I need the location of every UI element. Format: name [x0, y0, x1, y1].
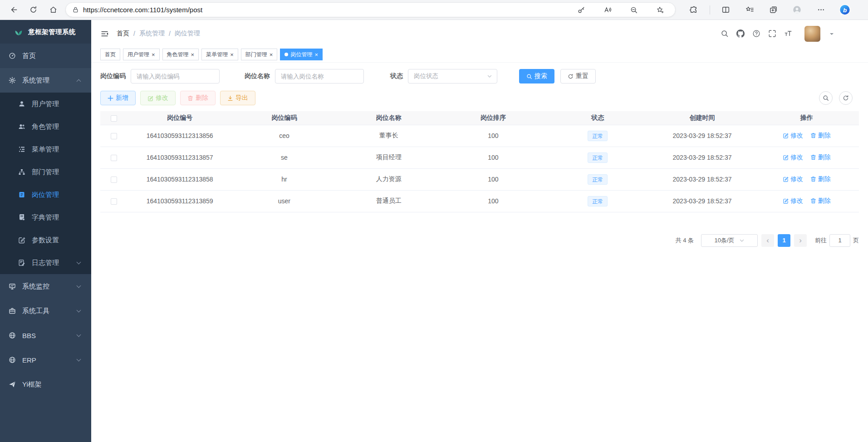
- next-page-button[interactable]: ›: [794, 234, 807, 247]
- close-icon[interactable]: ×: [191, 52, 195, 58]
- close-icon[interactable]: ×: [230, 52, 234, 58]
- edit-icon: [783, 133, 789, 138]
- search-button[interactable]: [720, 29, 730, 39]
- font-size-button[interactable]: [783, 29, 793, 39]
- close-icon[interactable]: ×: [152, 52, 155, 58]
- caret-down-icon[interactable]: [830, 33, 834, 37]
- extensions-button[interactable]: [686, 2, 701, 18]
- column-header-actions: 操作: [755, 111, 859, 125]
- row-modify-link[interactable]: 修改: [783, 153, 803, 162]
- row-delete-link[interactable]: 删除: [810, 132, 831, 140]
- row-modify-link[interactable]: 修改: [783, 197, 803, 205]
- profile-button[interactable]: [790, 2, 805, 18]
- refresh-button[interactable]: [25, 2, 41, 18]
- delete-button[interactable]: 删除: [180, 91, 216, 105]
- close-icon[interactable]: ×: [270, 52, 273, 58]
- goto-page-input[interactable]: [829, 234, 850, 247]
- zoom-out-button[interactable]: [626, 2, 642, 18]
- tab-label: 岗位管理: [290, 51, 312, 59]
- cell-post-sort: 100: [441, 125, 545, 147]
- trash-icon: [810, 176, 816, 182]
- prev-page-button[interactable]: ‹: [761, 234, 774, 247]
- sidebar-item-param-settings[interactable]: 参数设置: [0, 229, 91, 251]
- sidebar-item-role-management[interactable]: 角色管理: [0, 115, 91, 138]
- page-1-button[interactable]: 1: [778, 234, 790, 247]
- tab-role-management[interactable]: 角色管理 ×: [162, 49, 199, 60]
- row-modify-link[interactable]: 修改: [783, 132, 803, 140]
- sidebar-item-home[interactable]: 首页: [0, 44, 91, 68]
- search-button[interactable]: 搜索: [519, 69, 554, 83]
- breadcrumb-item[interactable]: 岗位管理: [175, 29, 200, 38]
- avatar[interactable]: [804, 26, 820, 42]
- help-button[interactable]: [751, 29, 761, 39]
- favorite-add-button[interactable]: [652, 2, 668, 18]
- collections-button[interactable]: [766, 2, 781, 18]
- sidebar-item-post-management[interactable]: 岗位管理: [0, 183, 91, 206]
- sidebar-item-label: 系统管理: [22, 76, 49, 85]
- url-text[interactable]: https://ccnetcore.com:1101/system/post: [83, 6, 574, 14]
- home-button[interactable]: [45, 2, 61, 18]
- sidebar-item-dept-management[interactable]: 部门管理: [0, 161, 91, 183]
- cell-post-id: 1641030593112313856: [128, 125, 232, 147]
- select-all-checkbox[interactable]: [111, 115, 117, 122]
- close-icon[interactable]: ×: [314, 52, 318, 58]
- back-icon: [9, 5, 18, 14]
- github-button[interactable]: [736, 29, 745, 39]
- tab-menu-management[interactable]: 菜单管理 ×: [201, 49, 238, 60]
- reset-button[interactable]: 重置: [560, 69, 596, 83]
- sidebar-item-label: 角色管理: [32, 123, 59, 131]
- cell-post-name: 普通员工: [337, 190, 441, 212]
- trash-icon: [187, 95, 193, 101]
- back-button[interactable]: [5, 2, 21, 18]
- bing-button[interactable]: b: [837, 2, 853, 18]
- row-checkbox[interactable]: [111, 198, 117, 205]
- read-aloud-button[interactable]: [600, 2, 615, 18]
- row-modify-link[interactable]: 修改: [783, 175, 803, 183]
- fullscreen-button[interactable]: [767, 29, 777, 39]
- sidebar-item-system-tools[interactable]: 系统工具: [0, 299, 91, 323]
- row-delete-link[interactable]: 删除: [810, 197, 831, 205]
- menu-fold-icon[interactable]: [100, 29, 109, 38]
- export-button[interactable]: 导出: [220, 91, 255, 105]
- sidebar-item-yi-framework[interactable]: Yi框架: [0, 372, 91, 397]
- split-screen-button[interactable]: [718, 2, 734, 18]
- browser-url-bar[interactable]: https://ccnetcore.com:1101/system/post: [65, 2, 676, 17]
- sidebar-item-log-management[interactable]: 日志管理: [0, 251, 91, 274]
- favorites-bar-button[interactable]: [742, 2, 757, 18]
- sidebar-item-dict-management[interactable]: 字典管理: [0, 206, 91, 229]
- post-name-input[interactable]: [275, 69, 364, 83]
- refresh-table-button[interactable]: [839, 91, 853, 105]
- post-code-input[interactable]: [131, 69, 220, 83]
- sidebar-item-system-management[interactable]: 系统管理: [0, 68, 91, 93]
- cell-post-code: ceo: [232, 125, 336, 147]
- help-icon: [752, 29, 760, 38]
- read-aloud-icon: [603, 6, 612, 14]
- row-checkbox[interactable]: [111, 155, 117, 161]
- tab-home[interactable]: 首页: [100, 49, 120, 60]
- status-badge: 正常: [588, 131, 608, 141]
- chevron-icon: [77, 260, 81, 265]
- sidebar-item-system-monitor[interactable]: 系统监控: [0, 274, 91, 299]
- tab-post-management[interactable]: 岗位管理 ×: [280, 49, 323, 60]
- row-checkbox[interactable]: [111, 177, 117, 183]
- key-button[interactable]: [574, 2, 589, 18]
- add-button[interactable]: 新增: [100, 91, 136, 105]
- status-select[interactable]: 岗位状态: [408, 69, 497, 83]
- sidebar-item-erp[interactable]: ERP: [0, 348, 91, 372]
- sidebar-item-menu-management[interactable]: 菜单管理: [0, 138, 91, 161]
- toggle-search-button[interactable]: [819, 91, 833, 105]
- row-delete-link[interactable]: 删除: [810, 153, 831, 162]
- tab-user-management[interactable]: 用户管理 ×: [123, 49, 160, 60]
- breadcrumb-item[interactable]: 系统管理: [139, 29, 165, 38]
- key-icon: [577, 6, 585, 14]
- tab-bar: 首页 用户管理 × 角色管理 × 菜单管理 × 部门管理 × 岗位管理 ×: [91, 47, 868, 63]
- row-checkbox[interactable]: [111, 133, 117, 139]
- tab-dept-management[interactable]: 部门管理 ×: [241, 49, 278, 60]
- cell-post-sort: 100: [441, 190, 545, 212]
- page-size-select[interactable]: 10条/页: [701, 234, 758, 247]
- row-delete-link[interactable]: 删除: [810, 175, 831, 183]
- modify-button[interactable]: 修改: [140, 91, 176, 105]
- sidebar-item-bbs[interactable]: BBS: [0, 323, 91, 348]
- sidebar-item-user-management[interactable]: 用户管理: [0, 93, 91, 115]
- more-button[interactable]: [813, 2, 829, 18]
